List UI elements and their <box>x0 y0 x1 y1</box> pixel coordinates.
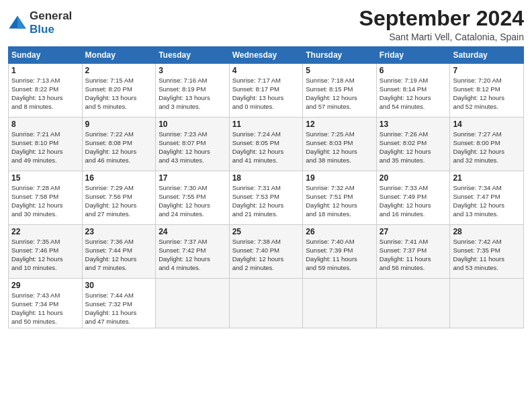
day-info: Sunrise: 7:25 AM Sunset: 8:03 PM Dayligh… <box>306 130 373 165</box>
logo-icon <box>8 13 27 32</box>
calendar-cell: 7Sunrise: 7:20 AM Sunset: 8:12 PM Daylig… <box>450 64 524 118</box>
page: General Blue September 2024 Sant Marti V… <box>0 0 532 411</box>
day-number: 18 <box>232 173 300 183</box>
logo-text: General Blue <box>30 9 72 36</box>
header-row: SundayMondayTuesdayWednesdayThursdayFrid… <box>9 47 524 64</box>
calendar-cell: 19Sunrise: 7:32 AM Sunset: 7:51 PM Dayli… <box>303 171 377 225</box>
header-day-friday: Friday <box>376 47 450 64</box>
logo: General Blue <box>8 9 72 36</box>
day-info: Sunrise: 7:27 AM Sunset: 8:00 PM Dayligh… <box>453 130 521 165</box>
day-number: 11 <box>232 120 300 129</box>
svg-marker-1 <box>17 15 26 28</box>
day-info: Sunrise: 7:26 AM Sunset: 8:02 PM Dayligh… <box>380 130 447 165</box>
day-number: 25 <box>232 227 300 236</box>
day-info: Sunrise: 7:23 AM Sunset: 8:07 PM Dayligh… <box>159 130 226 165</box>
day-number: 6 <box>380 66 447 75</box>
location-subtitle: Sant Marti Vell, Catalonia, Spain <box>359 32 524 42</box>
day-info: Sunrise: 7:35 AM Sunset: 7:46 PM Dayligh… <box>11 238 79 272</box>
day-number: 12 <box>306 120 373 129</box>
day-number: 10 <box>159 120 226 129</box>
day-number: 15 <box>11 173 79 183</box>
day-number: 7 <box>453 66 521 75</box>
header-day-tuesday: Tuesday <box>156 47 230 64</box>
day-number: 5 <box>306 66 373 75</box>
day-info: Sunrise: 7:18 AM Sunset: 8:15 PM Dayligh… <box>306 77 373 111</box>
day-info: Sunrise: 7:44 AM Sunset: 7:32 PM Dayligh… <box>85 291 153 326</box>
calendar-cell: 29Sunrise: 7:43 AM Sunset: 7:34 PM Dayli… <box>9 279 83 328</box>
day-number: 9 <box>85 120 153 129</box>
day-number: 21 <box>453 173 521 183</box>
header-day-saturday: Saturday <box>450 47 524 64</box>
month-title: September 2024 <box>359 7 524 30</box>
calendar-cell: 15Sunrise: 7:28 AM Sunset: 7:58 PM Dayli… <box>9 171 83 225</box>
calendar-cell <box>229 279 303 328</box>
calendar-cell: 20Sunrise: 7:33 AM Sunset: 7:49 PM Dayli… <box>376 171 450 225</box>
day-number: 17 <box>159 173 226 183</box>
day-number: 14 <box>453 120 521 129</box>
calendar-cell: 12Sunrise: 7:25 AM Sunset: 8:03 PM Dayli… <box>303 118 377 171</box>
calendar-cell: 4Sunrise: 7:17 AM Sunset: 8:17 PM Daylig… <box>229 64 303 118</box>
day-info: Sunrise: 7:38 AM Sunset: 7:40 PM Dayligh… <box>232 238 300 272</box>
calendar-cell: 5Sunrise: 7:18 AM Sunset: 8:15 PM Daylig… <box>303 64 377 118</box>
day-info: Sunrise: 7:37 AM Sunset: 7:42 PM Dayligh… <box>159 238 226 272</box>
header: General Blue September 2024 Sant Marti V… <box>8 7 524 42</box>
calendar-cell: 28Sunrise: 7:42 AM Sunset: 7:35 PM Dayli… <box>450 225 524 279</box>
day-info: Sunrise: 7:22 AM Sunset: 8:08 PM Dayligh… <box>85 130 153 165</box>
day-number: 30 <box>85 281 153 290</box>
day-info: Sunrise: 7:32 AM Sunset: 7:51 PM Dayligh… <box>306 184 373 218</box>
day-info: Sunrise: 7:21 AM Sunset: 8:10 PM Dayligh… <box>11 130 79 165</box>
day-number: 13 <box>380 120 447 129</box>
day-number: 1 <box>11 66 79 75</box>
day-info: Sunrise: 7:24 AM Sunset: 8:05 PM Dayligh… <box>232 130 300 165</box>
day-info: Sunrise: 7:16 AM Sunset: 8:19 PM Dayligh… <box>159 77 226 111</box>
day-info: Sunrise: 7:36 AM Sunset: 7:44 PM Dayligh… <box>85 238 153 272</box>
calendar-cell: 9Sunrise: 7:22 AM Sunset: 8:08 PM Daylig… <box>82 118 156 171</box>
day-info: Sunrise: 7:41 AM Sunset: 7:37 PM Dayligh… <box>380 238 447 272</box>
calendar-cell: 11Sunrise: 7:24 AM Sunset: 8:05 PM Dayli… <box>229 118 303 171</box>
calendar-cell: 13Sunrise: 7:26 AM Sunset: 8:02 PM Dayli… <box>376 118 450 171</box>
day-number: 27 <box>380 227 447 236</box>
day-info: Sunrise: 7:20 AM Sunset: 8:12 PM Dayligh… <box>453 77 521 111</box>
calendar-cell: 6Sunrise: 7:19 AM Sunset: 8:14 PM Daylig… <box>376 64 450 118</box>
day-number: 2 <box>85 66 153 75</box>
calendar-cell: 24Sunrise: 7:37 AM Sunset: 7:42 PM Dayli… <box>156 225 230 279</box>
day-info: Sunrise: 7:40 AM Sunset: 7:39 PM Dayligh… <box>306 238 373 272</box>
header-day-monday: Monday <box>82 47 156 64</box>
calendar-cell: 30Sunrise: 7:44 AM Sunset: 7:32 PM Dayli… <box>82 279 156 328</box>
header-day-sunday: Sunday <box>9 47 83 64</box>
calendar-cell: 10Sunrise: 7:23 AM Sunset: 8:07 PM Dayli… <box>156 118 230 171</box>
day-number: 22 <box>11 227 79 236</box>
calendar-cell: 1Sunrise: 7:13 AM Sunset: 8:22 PM Daylig… <box>9 64 83 118</box>
calendar-cell: 14Sunrise: 7:27 AM Sunset: 8:00 PM Dayli… <box>450 118 524 171</box>
calendar-cell <box>450 279 524 328</box>
calendar-table: SundayMondayTuesdayWednesdayThursdayFrid… <box>8 46 524 328</box>
day-info: Sunrise: 7:43 AM Sunset: 7:34 PM Dayligh… <box>11 291 79 326</box>
day-info: Sunrise: 7:13 AM Sunset: 8:22 PM Dayligh… <box>11 77 79 111</box>
title-block: September 2024 Sant Marti Vell, Cataloni… <box>359 7 524 42</box>
day-info: Sunrise: 7:15 AM Sunset: 8:20 PM Dayligh… <box>85 77 153 111</box>
day-info: Sunrise: 7:31 AM Sunset: 7:53 PM Dayligh… <box>232 184 300 218</box>
day-number: 8 <box>11 120 79 129</box>
day-info: Sunrise: 7:29 AM Sunset: 7:56 PM Dayligh… <box>85 184 153 218</box>
calendar-cell: 22Sunrise: 7:35 AM Sunset: 7:46 PM Dayli… <box>9 225 83 279</box>
calendar-cell: 18Sunrise: 7:31 AM Sunset: 7:53 PM Dayli… <box>229 171 303 225</box>
calendar-cell: 21Sunrise: 7:34 AM Sunset: 7:47 PM Dayli… <box>450 171 524 225</box>
calendar-cell: 27Sunrise: 7:41 AM Sunset: 7:37 PM Dayli… <box>376 225 450 279</box>
calendar-cell: 2Sunrise: 7:15 AM Sunset: 8:20 PM Daylig… <box>82 64 156 118</box>
day-number: 24 <box>159 227 226 236</box>
day-info: Sunrise: 7:34 AM Sunset: 7:47 PM Dayligh… <box>453 184 521 218</box>
calendar-cell: 26Sunrise: 7:40 AM Sunset: 7:39 PM Dayli… <box>303 225 377 279</box>
day-info: Sunrise: 7:30 AM Sunset: 7:55 PM Dayligh… <box>159 184 226 218</box>
day-number: 28 <box>453 227 521 236</box>
calendar-cell: 16Sunrise: 7:29 AM Sunset: 7:56 PM Dayli… <box>82 171 156 225</box>
header-day-wednesday: Wednesday <box>229 47 303 64</box>
calendar-cell <box>156 279 230 328</box>
day-info: Sunrise: 7:33 AM Sunset: 7:49 PM Dayligh… <box>380 184 447 218</box>
day-info: Sunrise: 7:42 AM Sunset: 7:35 PM Dayligh… <box>453 238 521 272</box>
calendar-cell <box>303 279 377 328</box>
day-number: 20 <box>380 173 447 183</box>
calendar-cell: 23Sunrise: 7:36 AM Sunset: 7:44 PM Dayli… <box>82 225 156 279</box>
calendar-cell: 8Sunrise: 7:21 AM Sunset: 8:10 PM Daylig… <box>9 118 83 171</box>
calendar-cell: 3Sunrise: 7:16 AM Sunset: 8:19 PM Daylig… <box>156 64 230 118</box>
day-info: Sunrise: 7:19 AM Sunset: 8:14 PM Dayligh… <box>380 77 447 111</box>
